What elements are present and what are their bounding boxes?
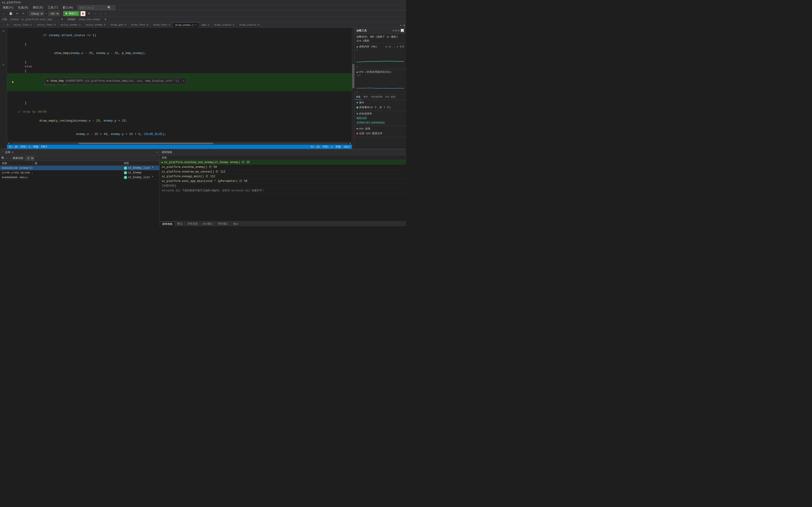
col-val-header: 值: [33, 161, 122, 165]
hscroll-thumb[interactable]: [79, 143, 213, 144]
watch-toolbar: 🔍 ← → 搜索深度: 3 1 2 5: [0, 155, 159, 161]
cpu-header[interactable]: ▲ CPU (所有处理器的百分比): [356, 70, 404, 74]
breakpoint-icon[interactable]: ⊟: [2, 62, 5, 67]
menu-tools[interactable]: 工具(T): [46, 5, 60, 10]
callstack-row[interactable]: sz_platform.exedraw_my_canvas() 行 112: [160, 169, 406, 174]
tab-exception-settings[interactable]: 异常设置: [185, 221, 200, 227]
save-btn[interactable]: 💾: [8, 11, 14, 15]
diag-header-buttons: ⚙ ⊞ ⊕ 📊: [393, 29, 404, 33]
diag-session-label: 诊断会话: 0秒 (选择了 11 毫秒): [356, 35, 404, 39]
col-type-header: 类型: [122, 161, 159, 165]
watch-row[interactable]: 0x01292128 (enemy={x=48 y=432 hp=100 ...…: [0, 166, 159, 170]
watch-row-val: [33, 166, 122, 170]
memory-usage-subsection: ▼ 内存使用率 截取快照 启用堆分析(会影响性能): [355, 111, 406, 126]
menu-debug[interactable]: 调试(D): [31, 5, 45, 10]
tab-unity-enemy-h[interactable]: unity_enemy.h: [84, 22, 109, 27]
menu-window[interactable]: 窗口(W): [61, 5, 75, 10]
vscrollbar[interactable]: [352, 28, 354, 149]
callstack-row[interactable]: ▶ sz_platform.exeshow_one_enemy(st_Enemy…: [160, 160, 406, 165]
callstack-row[interactable]: [外部代码]: [160, 183, 406, 188]
stop-btn[interactable]: ■: [80, 11, 86, 16]
tab-events[interactable]: 事件: [362, 95, 369, 100]
memory-options[interactable]: ▶ 快... ● 专用: [386, 45, 404, 48]
tab-cpu-usage[interactable]: CPU 使用: [384, 95, 396, 100]
tab-summary[interactable]: 摘要: [355, 95, 362, 100]
tab-callstack[interactable]: 调用堆栈: [160, 221, 175, 227]
vscroll-thumb[interactable]: [352, 64, 354, 88]
watch-fwd-btn[interactable]: →: [9, 157, 12, 160]
watch-back-btn[interactable]: ←: [6, 157, 8, 160]
events-bullet: [356, 107, 358, 108]
tab-unity-enemy-c[interactable]: unity_enemy.c: [58, 22, 84, 27]
step-out-btn[interactable]: ↑: [104, 12, 108, 15]
hscroll-track[interactable]: [11, 143, 348, 144]
watch-minimize-icon[interactable]: −: [2, 151, 3, 154]
tab-draw-god-h[interactable]: draw_god.h: [109, 22, 129, 27]
tab-memory-usage[interactable]: 内存使用率: [369, 95, 384, 100]
search-box[interactable]: 🔍: [78, 5, 115, 10]
code-scroll[interactable]: if (enemy.attack_status == 1) { show_bmp…: [7, 28, 352, 142]
memory-header[interactable]: ▲ 进程内存 (MB) ▶ 快... ● 专用: [356, 45, 404, 48]
events-subheader[interactable]: ▼ 事件: [356, 101, 404, 105]
search-input[interactable]: [79, 6, 107, 9]
callstack-row[interactable]: sz_platform.exel_app_main(void * lpParam…: [160, 179, 406, 183]
back-btn[interactable]: ←: [1, 12, 7, 15]
tab-output[interactable]: 输出: [231, 221, 241, 227]
tab-unity-fans-h[interactable]: unity_fans.h: [35, 22, 58, 27]
watch-row[interactable]: {x=48 y=432 hp=100 ...} ↺ st_Enemy: [0, 170, 159, 175]
code-editor[interactable]: if (enemy.attack_status == 1) { show_bmp…: [7, 28, 352, 149]
tooltip-close[interactable]: ×: [183, 79, 184, 83]
tab-draw-enemy-c[interactable]: draw_enemy.c ×: [173, 22, 199, 27]
diag-graph-btn[interactable]: 📊: [401, 29, 404, 33]
mem-usage-header[interactable]: ▼ 内存使用率: [356, 112, 404, 115]
diag-settings-btn[interactable]: ⚙: [393, 29, 394, 33]
tab-overflow-btn[interactable]: ≡: [403, 24, 405, 27]
search-depth-select[interactable]: 3 1 2 5: [26, 156, 34, 160]
step-over-btn[interactable]: →: [92, 12, 98, 15]
memory-max: 5: [356, 49, 358, 51]
add-tab-btn[interactable]: +: [400, 24, 402, 27]
cs-fn: sz_platform.exedraw_my_canvas() 行 112: [160, 169, 406, 174]
watch-row[interactable]: 0x00000000 <NULL> ↺ st_Enemy_list *: [0, 175, 159, 180]
watch-close-btn[interactable]: ×: [156, 151, 158, 154]
hscrollbar[interactable]: ◀ ▶: [7, 142, 352, 145]
tab-breakpoints[interactable]: 断点: [175, 221, 185, 227]
continue-btn[interactable]: ▶ 继续(C): [63, 11, 80, 16]
tab-nth[interactable]: ...h: [0, 22, 11, 27]
tab-close-draw-enemy[interactable]: ×: [195, 24, 197, 26]
cpu-usage-header[interactable]: ▼ CPU 使用: [356, 127, 404, 130]
tab-app-c[interactable]: app.c: [199, 22, 212, 27]
tab-draw-status-c[interactable]: draw_status.c: [212, 22, 237, 27]
undo-btn[interactable]: ↩: [15, 11, 20, 15]
menu-view[interactable]: 视图(V): [1, 5, 15, 10]
tab-command-window[interactable]: 命令窗口: [200, 221, 216, 227]
snapshot-link[interactable]: 截取快照: [356, 116, 404, 120]
tab-draw-fans-c[interactable]: draw_fans.c: [151, 22, 173, 27]
collapse-icon[interactable]: ⊟: [2, 29, 5, 34]
editor-area: ⊟ ⊟ if (enemy.attack_status == 1) {: [0, 28, 406, 149]
menu-build[interactable]: 生成(B): [16, 5, 31, 10]
watch-row-name: 0x00000000 <NULL>: [0, 175, 33, 180]
step-into-btn[interactable]: ↓: [99, 12, 103, 15]
tab-draw-fans-h[interactable]: draw_fans.h: [129, 22, 151, 27]
diag-copy-btn[interactable]: ⊞: [395, 29, 397, 33]
tab-unity-fans-c[interactable]: unity_fans.c: [11, 22, 35, 27]
cpu-usage-icon: ▼: [356, 127, 358, 130]
callstack-row[interactable]: sz_platform.exeshow_enemy() 行 50: [160, 165, 406, 169]
type-icon: ↺: [124, 166, 127, 170]
callstack-row[interactable]: kernel32.dll 下面的框架可能不正确和/或缺失，没有为 kernel3…: [160, 188, 406, 193]
tab-immediate-window[interactable]: 即时窗口: [216, 221, 231, 227]
cpu-title: CPU (所有处理器的百分比): [359, 70, 392, 74]
type-icon: ↺: [124, 171, 127, 174]
debug-config-select[interactable]: Debug: [29, 11, 44, 16]
diag-zoom-btn[interactable]: ⊕: [398, 29, 400, 33]
callstack-row[interactable]: sz_platform.exeapp_main() 行 112: [160, 174, 406, 179]
tab-draw-status-h[interactable]: draw_status.h: [237, 22, 262, 27]
redo-btn[interactable]: ↪: [21, 11, 26, 15]
hscroll-right-arrow[interactable]: ▶: [349, 142, 352, 145]
restart-btn[interactable]: ↺: [87, 11, 91, 15]
heap-analysis-link[interactable]: 启用堆分析(会影响性能): [356, 120, 404, 125]
toolbar: ← 💾 ↩ ↪ Debug ▪ x86 ▶ 继续(C) ■ ↺ → ↓ ↑: [0, 10, 406, 17]
hscroll-left-arrow[interactable]: ◀: [7, 142, 10, 145]
platform-select[interactable]: x86: [48, 11, 60, 16]
